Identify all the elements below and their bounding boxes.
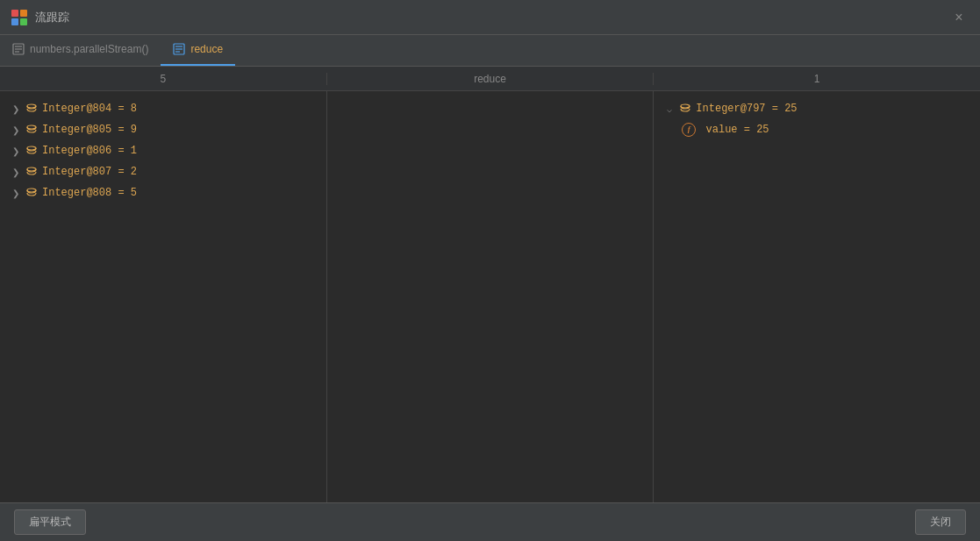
list-item[interactable]: ⌵ Integer@797 = 25 (657, 98, 976, 119)
chevron-down-icon[interactable]: ⌵ (664, 103, 675, 116)
list-item[interactable]: ❯ Integer@805 = 9 (4, 119, 323, 140)
field-icon-805 (25, 123, 39, 137)
item-805-text: Integer@805 = 9 (42, 122, 137, 138)
tab-bar: numbers.parallelStream() reduce (0, 35, 980, 67)
reduce-icon (173, 43, 185, 55)
svg-point-12 (27, 104, 36, 108)
col-header-5: 5 (0, 73, 327, 85)
field-icon-806 (25, 144, 39, 158)
tab-parallel-stream[interactable]: numbers.parallelStream() (0, 34, 161, 66)
tab-reduce[interactable]: reduce (161, 34, 235, 66)
tab-reduce-label: reduce (190, 43, 223, 55)
window-title: 流跟踪 (35, 10, 69, 25)
close-button[interactable]: 关闭 (915, 509, 966, 535)
svg-rect-1 (20, 10, 27, 17)
svg-rect-2 (11, 18, 18, 25)
item-808-text: Integer@808 = 5 (42, 185, 137, 201)
svg-rect-3 (20, 18, 27, 25)
item-806-text: Integer@806 = 1 (42, 143, 137, 159)
svg-point-14 (27, 146, 36, 150)
item-797-text: Integer@797 = 25 (696, 101, 797, 117)
parallel-stream-icon (12, 43, 25, 55)
svg-point-17 (681, 104, 690, 108)
list-item[interactable]: ❯ Integer@804 = 8 (4, 98, 323, 119)
list-item-child[interactable]: f value = 25 (657, 119, 976, 140)
tab-parallel-stream-label: numbers.parallelStream() (30, 43, 148, 55)
list-item[interactable]: ❯ Integer@808 = 5 (4, 182, 323, 203)
chevron-right-icon[interactable]: ❯ (11, 166, 21, 179)
col-header-reduce: reduce (327, 73, 655, 85)
title-bar: 流跟踪 × (0, 0, 980, 35)
chevron-right-icon[interactable]: ❯ (11, 187, 21, 200)
flat-mode-button[interactable]: 扁平模式 (14, 509, 86, 535)
item-804-text: Integer@804 = 8 (42, 101, 137, 117)
window-close-button[interactable]: × (948, 7, 969, 28)
main-content: 5 reduce 1 ❯ Integer@804 = 8 ❯ (0, 67, 980, 502)
col-header-1: 1 (654, 73, 980, 85)
bottom-bar: 扁平模式 关闭 (0, 502, 980, 541)
right-panel[interactable]: ⌵ Integer@797 = 25 f value = 25 (654, 91, 980, 502)
svg-point-15 (27, 167, 36, 171)
field-icon-797 (678, 102, 692, 116)
field-icon-804 (25, 102, 39, 116)
list-item[interactable]: ❯ Integer@806 = 1 (4, 140, 323, 161)
title-bar-left: 流跟踪 (11, 9, 69, 26)
svg-rect-0 (11, 10, 18, 17)
panels-row: ❯ Integer@804 = 8 ❯ (0, 91, 980, 502)
column-headers: 5 reduce 1 (0, 67, 980, 91)
field-icon-807 (25, 165, 39, 179)
app-icon (11, 9, 28, 26)
svg-point-13 (27, 125, 36, 129)
value-text: value = 25 (699, 122, 769, 138)
svg-point-16 (27, 189, 36, 192)
chevron-right-icon[interactable]: ❯ (11, 145, 21, 158)
chevron-right-icon[interactable]: ❯ (11, 124, 21, 137)
chevron-right-icon[interactable]: ❯ (11, 103, 21, 116)
field-icon-808 (25, 186, 39, 200)
item-807-text: Integer@807 = 2 (42, 164, 137, 180)
function-icon: f (682, 123, 696, 137)
left-panel[interactable]: ❯ Integer@804 = 8 ❯ (0, 91, 327, 502)
list-item[interactable]: ❯ Integer@807 = 2 (4, 161, 323, 182)
middle-panel (327, 91, 655, 502)
